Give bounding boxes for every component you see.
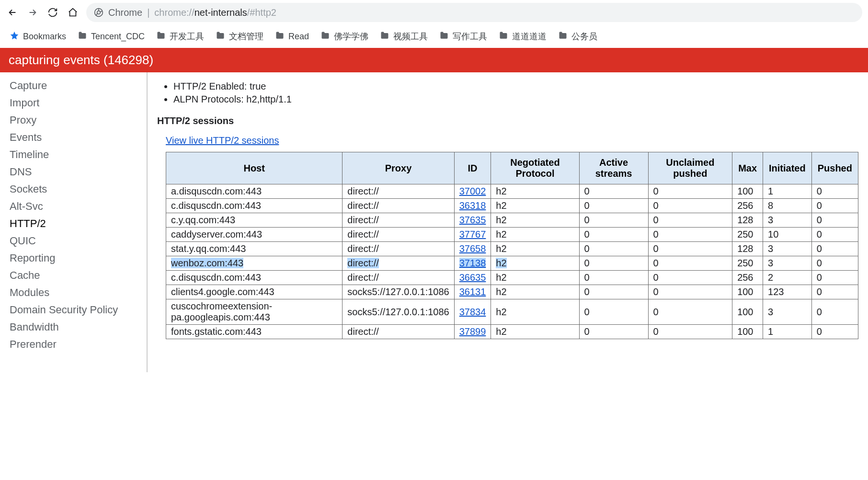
- folder-icon: [216, 31, 225, 43]
- sidebar-item-capture[interactable]: Capture: [10, 77, 147, 94]
- folder-icon: [156, 31, 166, 43]
- table-cell: cuscochromeextension-pa.googleapis.com:4…: [166, 299, 343, 325]
- section-title: HTTP/2 sessions: [157, 115, 858, 126]
- sidebar-item-proxy[interactable]: Proxy: [10, 112, 147, 129]
- back-button[interactable]: [6, 6, 19, 19]
- folder-icon: [275, 31, 285, 43]
- table-cell: 0: [811, 184, 858, 199]
- sidebar-item-timeline[interactable]: Timeline: [10, 146, 147, 163]
- session-id-link[interactable]: 37834: [459, 307, 486, 317]
- table-cell: h2: [491, 299, 579, 325]
- table-cell: 100: [732, 299, 763, 325]
- table-cell-id: 37002: [454, 184, 491, 199]
- table-cell: 0: [811, 213, 858, 228]
- session-id-link[interactable]: 36318: [459, 200, 486, 211]
- table-cell: 0: [811, 299, 858, 325]
- table-row[interactable]: fonts.gstatic.com:443direct://37899h2001…: [166, 325, 858, 339]
- bookmark-folder-label: 视频工具: [393, 31, 428, 42]
- table-cell: 10: [763, 228, 812, 242]
- sidebar-item-events[interactable]: Events: [10, 129, 147, 146]
- sidebar-item-import[interactable]: Import: [10, 94, 147, 112]
- table-cell: h2: [491, 199, 579, 213]
- table-cell: 0: [579, 285, 648, 299]
- table-row[interactable]: a.disquscdn.com:443direct://37002h200100…: [166, 184, 858, 199]
- table-cell: c.y.qq.com:443: [166, 213, 343, 228]
- status-banner-text: capturing events (146298): [9, 53, 153, 67]
- table-cell: 256: [732, 271, 763, 285]
- bookmark-folder[interactable]: 视频工具: [380, 31, 428, 43]
- table-cell: 128: [732, 213, 763, 228]
- session-id-link[interactable]: 37899: [459, 326, 486, 337]
- sidebar-item-bandwidth[interactable]: Bandwidth: [10, 319, 147, 336]
- sidebar-item-dns[interactable]: DNS: [10, 163, 147, 181]
- table-cell-id: 37767: [454, 228, 491, 242]
- table-row[interactable]: wenboz.com:443direct://37138h20025030: [166, 256, 858, 271]
- table-cell: 2: [763, 271, 812, 285]
- session-id-link[interactable]: 37002: [459, 186, 486, 196]
- table-cell: c.disquscdn.com:443: [166, 271, 343, 285]
- reload-button[interactable]: [46, 6, 59, 19]
- table-row[interactable]: c.disquscdn.com:443direct://36635h200256…: [166, 271, 858, 285]
- sidebar-item-cache[interactable]: Cache: [10, 267, 147, 284]
- view-live-sessions-link[interactable]: View live HTTP/2 sessions: [166, 135, 279, 146]
- bookmark-folder[interactable]: 佛学学佛: [320, 31, 368, 43]
- bookmarks-menu[interactable]: Bookmarks: [10, 31, 66, 43]
- bookmark-folder[interactable]: 道道道道: [499, 31, 547, 43]
- session-id-link[interactable]: 37635: [459, 215, 486, 225]
- table-cell: 0: [579, 256, 648, 271]
- table-cell: 0: [648, 228, 732, 242]
- table-cell: 0: [579, 271, 648, 285]
- table-cell: 3: [763, 299, 812, 325]
- home-button[interactable]: [66, 6, 80, 19]
- sidebar-item-prerender[interactable]: Prerender: [10, 336, 147, 353]
- bookmark-folder[interactable]: Read: [275, 31, 309, 43]
- sidebar-item-reporting[interactable]: Reporting: [10, 250, 147, 267]
- table-cell: 0: [579, 242, 648, 256]
- sessions-table: HostProxyIDNegotiated ProtocolActive str…: [166, 152, 858, 339]
- table-cell: 128: [732, 242, 763, 256]
- forward-button[interactable]: [26, 6, 39, 19]
- table-cell: caddyserver.com:443: [166, 228, 343, 242]
- table-cell-id: 36318: [454, 199, 491, 213]
- column-header: Proxy: [343, 152, 454, 184]
- sidebar-item-alt-svc[interactable]: Alt-Svc: [10, 198, 147, 215]
- table-row[interactable]: caddyserver.com:443direct://37767h200250…: [166, 228, 858, 242]
- table-cell: 250: [732, 256, 763, 271]
- table-row[interactable]: stat.y.qq.com:443direct://37658h20012830: [166, 242, 858, 256]
- chrome-icon: [94, 8, 103, 17]
- folder-icon: [78, 31, 87, 43]
- bookmark-folder[interactable]: Tencent_CDC: [78, 31, 145, 43]
- table-cell: 0: [579, 199, 648, 213]
- table-row[interactable]: c.y.qq.com:443direct://37635h20012830: [166, 213, 858, 228]
- table-cell: 8: [763, 199, 812, 213]
- bookmark-folder[interactable]: 写作工具: [439, 31, 487, 43]
- session-id-link[interactable]: 37767: [459, 229, 486, 240]
- status-banner[interactable]: capturing events (146298): [0, 48, 868, 72]
- bookmark-folder[interactable]: 文档管理: [216, 31, 263, 43]
- session-id-link[interactable]: 36131: [459, 286, 486, 297]
- table-cell: clients4.google.com:443: [166, 285, 343, 299]
- table-cell: 100: [732, 285, 763, 299]
- content-area: CaptureImportProxyEventsTimelineDNSSocke…: [0, 72, 868, 372]
- table-cell: h2: [491, 256, 579, 271]
- table-row[interactable]: c.disquscdn.com:443direct://36318h200256…: [166, 199, 858, 213]
- sidebar-item-modules[interactable]: Modules: [10, 284, 147, 301]
- session-id-link[interactable]: 37658: [459, 243, 486, 254]
- sidebar-item-http-2[interactable]: HTTP/2: [10, 215, 147, 232]
- bookmark-folder[interactable]: 公务员: [558, 31, 597, 43]
- bookmark-folder-label: 文档管理: [229, 31, 263, 42]
- table-cell: 0: [811, 271, 858, 285]
- session-id-link[interactable]: 36635: [459, 272, 486, 283]
- sidebar-item-sockets[interactable]: Sockets: [10, 181, 147, 198]
- sidebar-item-quic[interactable]: QUIC: [10, 232, 147, 250]
- table-row[interactable]: clients4.google.com:443socks5://127.0.0.…: [166, 285, 858, 299]
- column-header: ID: [454, 152, 491, 184]
- bookmark-folder-label: 写作工具: [453, 31, 487, 42]
- bookmark-folder[interactable]: 开发工具: [156, 31, 204, 43]
- table-cell: 250: [732, 228, 763, 242]
- table-cell-id: 36131: [454, 285, 491, 299]
- table-row[interactable]: cuscochromeextension-pa.googleapis.com:4…: [166, 299, 858, 325]
- url-bar[interactable]: Chrome | chrome://net-internals/#http2: [86, 3, 862, 22]
- sidebar-item-domain-security-policy[interactable]: Domain Security Policy: [10, 301, 147, 319]
- session-id-link[interactable]: 37138: [459, 258, 486, 268]
